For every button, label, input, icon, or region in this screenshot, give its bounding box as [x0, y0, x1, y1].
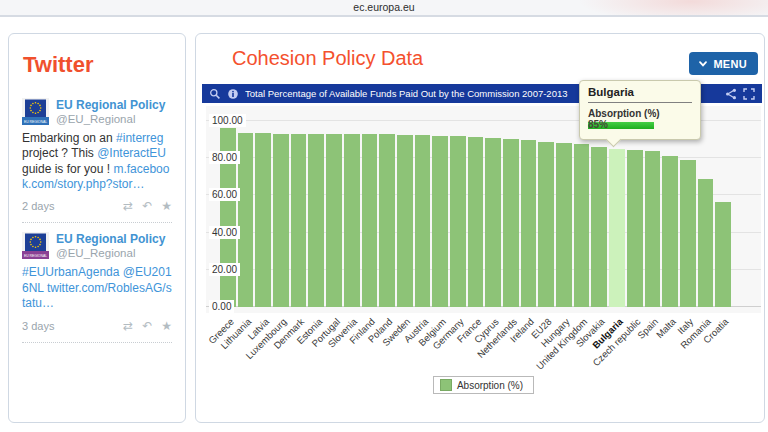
- tweet-author-name[interactable]: EU Regional Policy: [56, 99, 165, 113]
- bar-germany[interactable]: [450, 136, 466, 307]
- star-icon[interactable]: ★: [161, 199, 172, 213]
- tweet-list: EU REGIONAL EU Regional Policy @EU_Regio…: [22, 98, 172, 343]
- bar-luxembourg[interactable]: [273, 134, 289, 308]
- tweet-author-handle[interactable]: @EU_Regional: [56, 247, 165, 260]
- cohesion-policy-panel: Cohesion Policy Data MENU Total Percenta…: [195, 33, 765, 423]
- bar-ireland[interactable]: [521, 140, 537, 307]
- menu-button[interactable]: MENU: [689, 52, 758, 75]
- y-axis-tick-label: 20.00: [209, 263, 240, 276]
- bar-slovenia[interactable]: [344, 134, 360, 307]
- bar-latvia[interactable]: [255, 133, 271, 307]
- tooltip-value: 85%: [588, 119, 608, 130]
- chart-tooltip: Bulgaria Absorption (%) 85%: [579, 80, 701, 140]
- svg-text:EU REGIONAL: EU REGIONAL: [24, 254, 47, 258]
- tweet-body: #EUUrbanAgenda @EU2016NL twitter.com/Rob…: [22, 265, 172, 311]
- bar-slovakia[interactable]: [591, 147, 607, 307]
- y-axis-tick-label: 100.00: [209, 114, 246, 127]
- bar-lithuania[interactable]: [238, 133, 254, 307]
- bar-austria[interactable]: [415, 135, 431, 307]
- tweet-author-handle[interactable]: @EU_Regional: [56, 113, 165, 126]
- bar-portugal[interactable]: [326, 134, 342, 307]
- star-icon[interactable]: ★: [161, 319, 172, 333]
- y-axis-tick-label: 40.00: [209, 226, 240, 239]
- bar-finland[interactable]: [362, 134, 378, 307]
- bar-netherlands[interactable]: [503, 139, 519, 307]
- tweet-author-name[interactable]: EU Regional Policy: [56, 233, 165, 247]
- chevron-down-icon: [698, 59, 708, 69]
- twitter-widget: Twitter EU REGIONAL EU Regional Policy: [8, 33, 186, 423]
- bar-italy[interactable]: [680, 160, 696, 307]
- tweet-divider: [22, 222, 172, 223]
- bar-eu28[interactable]: [538, 142, 554, 308]
- legend[interactable]: Absorption (%): [433, 376, 534, 394]
- tweet-link[interactable]: m.facebook.com/story.php?stor…: [22, 162, 169, 191]
- zoom-icon[interactable]: [209, 88, 221, 100]
- tooltip-country: Bulgaria: [588, 86, 692, 103]
- bar-malta[interactable]: [662, 156, 678, 307]
- legend-label: Absorption (%): [457, 380, 523, 391]
- page-title: Cohesion Policy Data: [232, 47, 423, 70]
- tweet-link[interactable]: #interreg: [116, 131, 163, 145]
- tweet-link[interactable]: @InteractEU: [97, 146, 166, 160]
- bar-united-kingdom[interactable]: [574, 144, 590, 307]
- bar-poland[interactable]: [379, 134, 395, 307]
- bar-hungary[interactable]: [556, 143, 572, 307]
- bar-romania[interactable]: [698, 179, 714, 307]
- tooltip-series: Absorption (%): [588, 108, 692, 119]
- bar-czech-republic[interactable]: [627, 150, 643, 307]
- tweet-timestamp[interactable]: 3 days: [22, 320, 54, 332]
- retweet-icon[interactable]: ⇄: [123, 319, 133, 333]
- y-axis-tick-label: 80.00: [209, 151, 240, 164]
- menu-button-label: MENU: [713, 58, 747, 70]
- bar-belgium[interactable]: [432, 136, 448, 307]
- bar-sweden[interactable]: [397, 135, 413, 307]
- x-axis-labels: GreeceLithuaniaLatviaLuxembourgDenmarkEs…: [206, 313, 761, 375]
- avatar[interactable]: EU REGIONAL: [22, 98, 49, 125]
- bar-spain[interactable]: [645, 151, 661, 307]
- y-axis-tick-label: 0.00: [209, 300, 234, 313]
- y-axis-tick-label: 60.00: [209, 188, 240, 201]
- twitter-widget-title: Twitter: [23, 52, 172, 78]
- share-icon[interactable]: [725, 88, 737, 100]
- bar-croatia[interactable]: [715, 202, 731, 307]
- bar-bulgaria[interactable]: [609, 149, 625, 307]
- tweet: EU REGIONAL EU Regional Policy @EU_Regio…: [22, 98, 172, 213]
- tweet-actions: ⇄↶★: [123, 199, 172, 213]
- fullscreen-icon[interactable]: [743, 88, 755, 100]
- tweet-link[interactable]: twitter.com/RoblesAG/statu…: [22, 281, 172, 310]
- browser-address-text: ec.europa.eu: [353, 1, 414, 13]
- bar-estonia[interactable]: [308, 134, 324, 307]
- browser-address-bar[interactable]: ec.europa.eu: [0, 0, 768, 17]
- reply-icon[interactable]: ↶: [142, 199, 152, 213]
- bar-france[interactable]: [468, 137, 484, 307]
- tweet-divider: [22, 342, 172, 343]
- retweet-icon[interactable]: ⇄: [123, 199, 133, 213]
- legend-swatch: [440, 379, 452, 391]
- avatar[interactable]: EU REGIONAL: [22, 232, 49, 259]
- tweet-body: Embarking on an #interreg project ? This…: [22, 131, 172, 192]
- bar-chart: 0.0020.0040.0060.0080.00100.00 GreeceLit…: [206, 106, 761, 394]
- tweet: EU REGIONAL EU Regional Policy @EU_Regio…: [22, 232, 172, 332]
- svg-text:EU REGIONAL: EU REGIONAL: [24, 120, 47, 124]
- info-icon[interactable]: [227, 88, 239, 100]
- reply-icon[interactable]: ↶: [142, 319, 152, 333]
- tweet-timestamp[interactable]: 2 days: [22, 200, 54, 212]
- tweet-actions: ⇄↶★: [123, 319, 172, 333]
- bar-denmark[interactable]: [291, 134, 307, 308]
- bar-cyprus[interactable]: [485, 138, 501, 307]
- tweet-link[interactable]: #EUUrbanAgenda: [22, 265, 119, 279]
